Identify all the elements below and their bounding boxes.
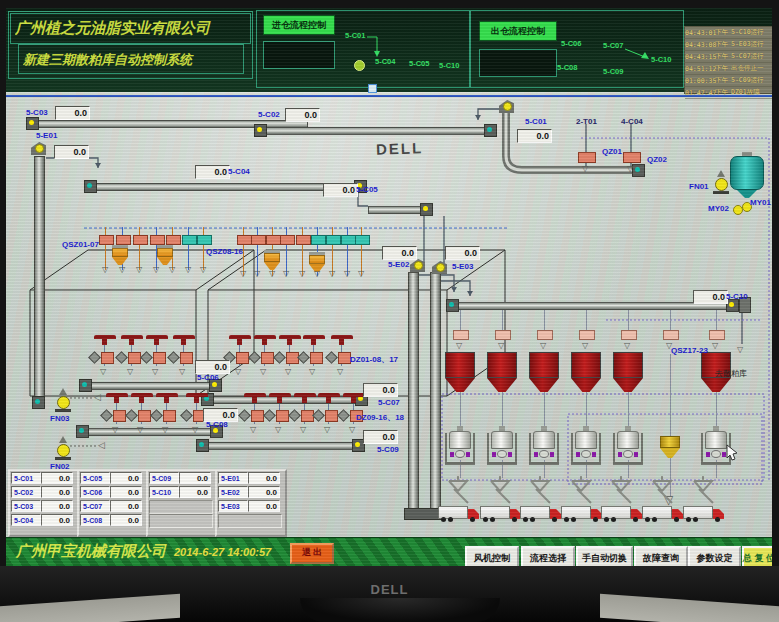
- log-row: 01:47:47下午DZ01故障: [685, 87, 772, 99]
- inlet-valve[interactable]: [237, 235, 252, 245]
- down-arrow-icon: ▽: [300, 426, 306, 434]
- down-arrow-icon: ▽: [498, 342, 504, 350]
- discharger-valve[interactable]: [276, 410, 289, 422]
- outlet-valve[interactable]: [663, 330, 679, 340]
- footer-button-6[interactable]: 总 复 位: [742, 546, 772, 566]
- footer-button-5[interactable]: 参数设定: [688, 546, 741, 566]
- inlet-valve[interactable]: [266, 235, 281, 245]
- meal-silo[interactable]: [571, 352, 601, 392]
- discharge-cone-icon: [294, 393, 316, 404]
- inlet-flow-button[interactable]: 进仓流程控制: [263, 15, 335, 35]
- discharger-valve[interactable]: [153, 352, 166, 364]
- exit-button[interactable]: 退 出: [290, 543, 334, 564]
- footer-button-3[interactable]: 手自动切换: [576, 546, 633, 566]
- outlet-target-label: 5-C10: [651, 55, 671, 64]
- down-arrow-icon: ▽: [153, 266, 159, 274]
- fan-fn02-icon[interactable]: [54, 436, 72, 460]
- diverter-valve-qz01[interactable]: [578, 152, 596, 163]
- surge-hopper-icon[interactable]: [660, 436, 680, 458]
- inlet-valve[interactable]: [251, 235, 266, 245]
- down-arrow-icon: ▽: [349, 426, 355, 434]
- valve-group-label-qsz08-16: QSZ08-16: [206, 247, 243, 256]
- inlet-valve[interactable]: [166, 235, 181, 245]
- outlet-flow-button[interactable]: 出仓流程控制: [479, 21, 557, 41]
- meal-silo[interactable]: [529, 352, 559, 392]
- meal-silo[interactable]: [487, 352, 517, 392]
- inlet-valve[interactable]: [133, 235, 148, 245]
- motor-indicator-5c02: [254, 124, 267, 137]
- down-arrow-icon: ▽: [254, 270, 260, 278]
- log-time: 01:00:35: [685, 77, 715, 85]
- log-msg: 5-C07运行: [731, 52, 772, 61]
- inlet-valve[interactable]: [311, 235, 326, 245]
- packing-scale[interactable]: [571, 426, 601, 466]
- inlet-valve[interactable]: [296, 235, 311, 245]
- conveyor-value-5c05: 0.0: [323, 183, 358, 197]
- discharger-valve[interactable]: [310, 352, 323, 364]
- discharger-valve[interactable]: [180, 352, 193, 364]
- inlet-valve[interactable]: [341, 235, 356, 245]
- discharger-valve[interactable]: [163, 410, 176, 422]
- down-arrow-icon: ▽: [540, 342, 546, 350]
- down-arrow-icon: ▽: [309, 368, 315, 376]
- discharger-valve[interactable]: [325, 410, 338, 422]
- log-row: 04:43:15下午5-C07运行: [685, 51, 772, 63]
- discharge-cone-icon: [121, 335, 143, 346]
- inlet-valve[interactable]: [326, 235, 341, 245]
- company-title: 广州植之元油脂实业有限公司: [15, 19, 250, 38]
- silo-feed-line: [544, 308, 545, 330]
- discharger-valve[interactable]: [236, 352, 249, 364]
- outlet-valve[interactable]: [453, 330, 469, 340]
- discharge-cone-icon: [269, 393, 291, 404]
- valve-group-label-qsz17-23: QSZ17-23: [671, 346, 708, 355]
- footer-button-1[interactable]: 风机控制: [465, 546, 519, 566]
- down-arrow-icon: ▽: [185, 266, 191, 274]
- outlet-valve[interactable]: [621, 330, 637, 340]
- silo-feed-line: [716, 308, 717, 330]
- inlet-valve[interactable]: [116, 235, 131, 245]
- footer-button-2[interactable]: 流程选择: [521, 546, 575, 566]
- outlet-label-c08: 5-C08: [557, 63, 577, 72]
- packing-scale[interactable]: [445, 426, 475, 466]
- outlet-valve[interactable]: [495, 330, 511, 340]
- outlet-valve[interactable]: [579, 330, 595, 340]
- discharger-valve[interactable]: [128, 352, 141, 364]
- monitor-photo: 广州植之元油脂实业有限公司 新建三期散粕库自动控制系统 进仓流程控制 5-C01…: [0, 0, 779, 622]
- selection-handle-dot: [354, 60, 365, 71]
- loading-chute-icon: [526, 476, 556, 506]
- table-row: 5-C010.0: [11, 472, 73, 484]
- outlet-valve[interactable]: [537, 330, 553, 340]
- table-row: 5-C040.0: [11, 514, 73, 526]
- meal-silo[interactable]: [613, 352, 643, 392]
- discharger-valve[interactable]: [113, 410, 126, 422]
- footer-button-4[interactable]: 故障查询: [634, 546, 688, 566]
- discharger-valve[interactable]: [251, 410, 264, 422]
- discharger-valve[interactable]: [101, 352, 114, 364]
- diverter-valve-qz02[interactable]: [623, 152, 641, 163]
- inlet-target-3: 5-C10: [439, 61, 459, 70]
- inlet-valve[interactable]: [150, 235, 165, 245]
- discharge-cone-icon: [318, 393, 340, 404]
- down-arrow-icon: ▽: [324, 426, 330, 434]
- inlet-valve[interactable]: [355, 235, 370, 245]
- inlet-valve[interactable]: [99, 235, 114, 245]
- down-arrow-icon: ▽: [100, 368, 106, 376]
- packing-scale[interactable]: [487, 426, 517, 466]
- fan-fn03-icon[interactable]: [54, 388, 72, 412]
- silo-feed-line: [460, 308, 461, 330]
- intake-hopper: [112, 245, 128, 265]
- discharger-valve[interactable]: [261, 352, 274, 364]
- discharger-valve[interactable]: [138, 410, 151, 422]
- inlet-valve[interactable]: [197, 235, 212, 245]
- packing-scale[interactable]: [529, 426, 559, 466]
- machine-feed-line: [586, 392, 587, 426]
- table-group: 5-C010.05-C020.05-C030.05-C040.0: [8, 469, 80, 537]
- table-row: 5-E030.0: [218, 500, 280, 512]
- inlet-valve[interactable]: [280, 235, 295, 245]
- meal-silo[interactable]: [445, 352, 475, 392]
- outlet-valve[interactable]: [709, 330, 725, 340]
- inlet-valve[interactable]: [182, 235, 197, 245]
- log-ampm: 下午: [715, 88, 731, 97]
- packing-scale[interactable]: [613, 426, 643, 466]
- conveyor-value-5c04: 0.0: [195, 165, 230, 179]
